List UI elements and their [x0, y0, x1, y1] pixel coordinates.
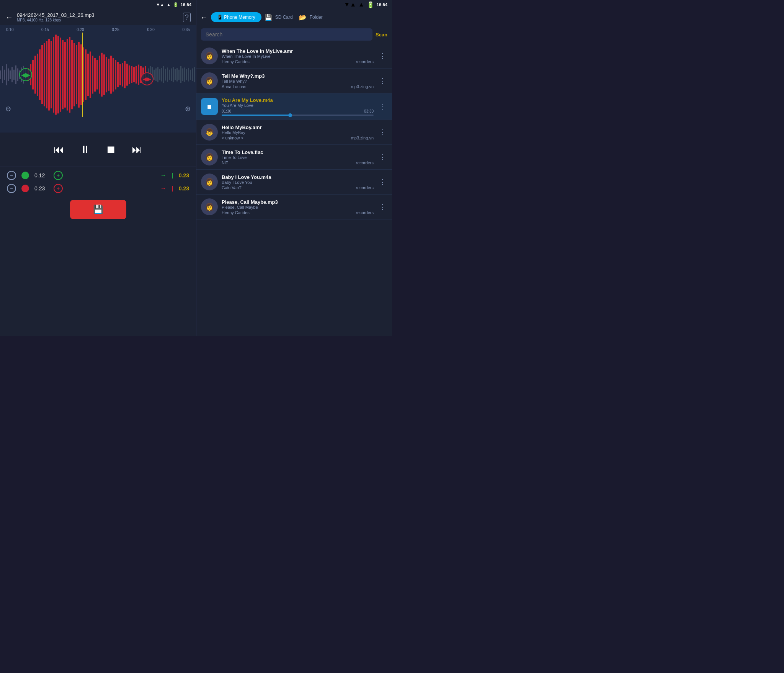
song-item-6[interactable]: 👩 Baby I Love You.m4a Baby I Love You Ga…	[196, 170, 392, 195]
song-item-5[interactable]: 👩 Time To Love.flac Time To Love NiT rec…	[196, 145, 392, 170]
svg-rect-74	[163, 66, 164, 83]
progress-bar-fill	[222, 115, 290, 116]
svg-rect-43	[94, 58, 96, 92]
song-menu-6[interactable]: ⋮	[377, 176, 387, 188]
end-plus-button[interactable]: +	[54, 184, 63, 193]
right-signal-icon: ▼▲	[344, 1, 356, 8]
file-meta-label: MP3, 44100 Hz, 128 kbps	[17, 18, 179, 22]
song-menu-5[interactable]: ⋮	[377, 151, 387, 163]
svg-rect-35	[76, 45, 77, 104]
battery-icon: 🔋	[173, 2, 178, 7]
song-info-2: Tell Me Why?.mp3 Tell Me Why? Anna Lucua…	[222, 73, 374, 89]
song-menu-4[interactable]: ⋮	[377, 126, 387, 138]
song-artist-2: Anna Lucuas	[222, 84, 246, 89]
svg-rect-22	[46, 41, 47, 108]
song-source-7: recorders	[356, 210, 374, 215]
song-subtitle-7: Please, Call Maybe	[222, 205, 374, 210]
start-minus-button[interactable]: −	[7, 171, 16, 180]
right-header: ← 📱 Phone Memory 💾 SD Card 📂 Folder	[196, 9, 392, 25]
svg-rect-72	[159, 69, 160, 80]
svg-rect-17	[34, 56, 36, 94]
svg-rect-32	[69, 37, 70, 113]
progress-bar-track[interactable]	[222, 115, 374, 116]
song-menu-7[interactable]: ⋮	[377, 201, 387, 213]
song-artist-6: Gain VanT	[222, 185, 242, 190]
stop-button[interactable]: ⏹	[106, 143, 116, 156]
pause-button[interactable]: ⏸	[80, 143, 90, 156]
end-marker[interactable]: ◀▶	[140, 72, 154, 85]
svg-rect-1	[2, 66, 3, 83]
song-menu-1[interactable]: ⋮	[377, 50, 387, 62]
forward-button[interactable]: ⏭	[132, 143, 142, 156]
song-avatar-7: 👩	[201, 198, 218, 215]
zoom-out-button[interactable]: ⊖	[5, 105, 11, 113]
svg-rect-88	[190, 70, 191, 80]
svg-rect-90	[194, 67, 195, 82]
left-back-button[interactable]: ←	[5, 13, 13, 22]
search-input-wrap	[201, 28, 372, 41]
svg-rect-21	[44, 43, 45, 106]
song-avatar-3: ■	[201, 98, 218, 115]
svg-rect-2	[4, 70, 5, 80]
song-item-4[interactable]: 👦 Hello MyBoy.amr Hello MyBoy < unknow >…	[196, 120, 392, 145]
song-item-2[interactable]: 👩 Tell Me Why?.mp3 Tell Me Why? Anna Luc…	[196, 69, 392, 93]
svg-rect-47	[103, 54, 105, 95]
song-avatar-1: 👩	[201, 47, 218, 64]
svg-rect-61	[136, 66, 137, 84]
svg-rect-52	[115, 60, 116, 90]
search-input[interactable]	[206, 31, 368, 38]
start-duration: 0.23	[179, 172, 189, 178]
help-icon[interactable]: ?	[183, 13, 191, 22]
tab-sdcard-label[interactable]: SD Card	[275, 15, 293, 20]
song-subtitle-1: When The Love In MyLive	[222, 54, 374, 59]
song-menu-2[interactable]: ⋮	[377, 75, 387, 87]
svg-rect-55	[122, 63, 123, 87]
song-title-5: Time To Love.flac	[222, 149, 374, 155]
right-back-button[interactable]: ←	[200, 13, 208, 22]
svg-rect-73	[161, 68, 162, 81]
tab-phone-memory[interactable]: 📱 Phone Memory	[211, 12, 261, 22]
rewind-button[interactable]: ⏮	[54, 143, 64, 156]
right-time: 16:54	[377, 2, 387, 7]
svg-rect-80	[175, 69, 176, 80]
waveform-area: ◀▶ ◀▶ ⊖ ⊕	[0, 33, 196, 117]
svg-rect-23	[48, 39, 50, 111]
song-item-1[interactable]: 👩 When The Love In MyLive.amr When The L…	[196, 44, 392, 69]
start-plus-button[interactable]: +	[54, 171, 63, 180]
song-info-4: Hello MyBoy.amr Hello MyBoy < unknow > m…	[222, 124, 374, 140]
start-value: 0.12	[34, 172, 48, 178]
song-subtitle-6: Baby I Love You	[222, 180, 374, 185]
song-title-7: Please, Call Maybe.mp3	[222, 199, 374, 205]
timeline-mark-0: 0:10	[6, 28, 13, 32]
edit-row-1: − 0.12 + → | 0.23	[7, 171, 189, 180]
svg-rect-54	[119, 64, 121, 85]
song-menu-3[interactable]: ⋮	[377, 101, 387, 112]
svg-rect-57	[126, 64, 128, 85]
svg-rect-33	[71, 40, 73, 109]
start-bar-icon: |	[172, 172, 173, 178]
song-subtitle-2: Tell Me Why?	[222, 79, 374, 84]
song-info-3: You Are My Love.m4a You Are My Love 01:3…	[222, 97, 374, 116]
left-time: 16:54	[181, 2, 191, 7]
scan-button[interactable]: Scan	[376, 32, 387, 38]
search-bar-row: Scan	[196, 25, 392, 44]
song-source-4: mp3.zing.vn	[351, 136, 374, 140]
left-status-bar: ▼▲ ▲ 🔋 16:54	[0, 0, 196, 9]
start-arrow-icon: →	[160, 172, 167, 179]
song-item-7[interactable]: 👩 Please, Call Maybe.mp3 Please, Call Ma…	[196, 195, 392, 219]
tab-folder-label[interactable]: Folder	[310, 15, 323, 20]
save-button[interactable]: 💾	[70, 200, 126, 219]
svg-rect-41	[90, 52, 91, 98]
svg-rect-91	[82, 33, 83, 117]
end-minus-button[interactable]: −	[7, 184, 16, 193]
zoom-in-button[interactable]: ⊕	[185, 105, 191, 113]
end-value: 0.23	[34, 185, 48, 192]
wifi-icon: ▲	[167, 2, 171, 7]
progress-end-time: 03:30	[364, 109, 374, 113]
song-item-3[interactable]: ■ You Are My Love.m4a You Are My Love 01…	[196, 93, 392, 120]
start-marker[interactable]: ◀▶	[19, 68, 32, 81]
svg-rect-42	[92, 56, 93, 94]
song-source-6: recorders	[356, 185, 374, 190]
svg-rect-60	[133, 67, 135, 82]
song-title-3: You Are My Love.m4a	[222, 97, 374, 103]
